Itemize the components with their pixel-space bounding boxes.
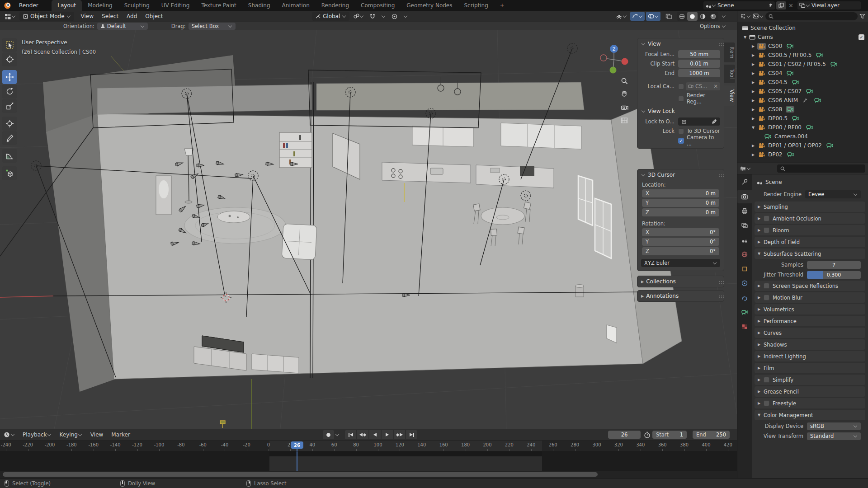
npanel-tab-item[interactable]: Item [724,42,735,62]
outliner-row[interactable]: ▶DP00.5 [737,114,868,123]
tool-select-box[interactable] [2,38,17,52]
outliner-row[interactable]: Camera.004 [737,132,868,141]
shading-material-button[interactable] [698,12,708,21]
timeline-tracks[interactable] [0,451,737,471]
disclosure-icon[interactable]: ▶ [752,108,757,112]
tab-scene[interactable] [737,233,752,247]
section-checkbox[interactable] [764,400,769,406]
tab-render[interactable] [737,190,752,203]
pivot-point-dropdown[interactable] [352,12,366,21]
outliner-search-input[interactable] [765,12,858,20]
timeline-menu-keying[interactable]: Keying [56,429,86,440]
camera-to-view-checkbox[interactable]: ✓ [678,138,684,144]
disclosure-icon[interactable]: ▶ [752,62,757,66]
tab-tool[interactable] [737,175,752,189]
outliner-row[interactable]: ▶CS04 [737,69,868,78]
section-indirect-lighting[interactable]: ▶Indirect Lighting [755,351,865,361]
tab-physics[interactable] [737,277,752,290]
tool-annotate[interactable] [2,131,17,145]
timeline-editor-type-button[interactable] [4,432,15,438]
disclosure-icon[interactable]: ▶ [752,99,757,103]
tab-layout[interactable]: Layout [52,0,82,11]
cursor-rotation-x-field[interactable]: X0° [642,228,719,236]
tab-scripting[interactable]: Scripting [458,0,494,11]
snap-toggle[interactable] [368,12,377,21]
use-preview-range-button[interactable] [644,432,651,438]
zoom-view-button[interactable] [618,75,630,87]
section-film[interactable]: ▶Film [755,363,865,373]
outliner-row[interactable]: ▶CS05 / CS07 [737,87,868,96]
tab-texture[interactable] [737,320,752,333]
clear-icon[interactable]: ✕ [713,83,718,89]
cursor-rotation-y-field[interactable]: Y0° [642,238,719,246]
gizmos-toggle[interactable] [630,12,645,21]
outliner-row[interactable]: ▶CS00.5 / RF00.5 [737,51,868,60]
section-checkbox[interactable] [764,227,769,233]
current-frame-field[interactable]: 26 [608,431,641,439]
jump-to-start-button[interactable] [345,430,356,439]
navigation-gizmo[interactable]: Z [598,43,630,76]
section-color-management[interactable]: ▼Color Management [755,410,865,420]
tab-add[interactable]: + [494,0,510,11]
proportional-falloff-dropdown[interactable] [401,12,410,21]
tab-texture-paint[interactable]: Texture Paint [195,0,242,11]
tab-view-layer[interactable] [737,219,752,232]
frame-start-field[interactable]: Start1 [652,431,687,439]
tool-measure[interactable] [2,149,17,163]
viewlayer-selector[interactable]: ViewLayer [797,1,861,9]
timeline-menu-marker[interactable]: Marker [107,429,134,440]
display-device-dropdown[interactable]: sRGB [807,422,861,430]
view-panel-header[interactable]: View [637,38,724,49]
options-dropdown[interactable]: Options [700,23,726,29]
tab-shading[interactable]: Shading [242,0,276,11]
to-3d-cursor-checkbox[interactable] [678,128,684,134]
play-button[interactable] [382,430,393,439]
tool-scale[interactable] [2,99,17,113]
viewport-menu-add[interactable]: Add [123,11,141,22]
tab-object[interactable] [737,262,752,276]
section-motion-blur[interactable]: ▶Motion Blur [755,292,865,303]
tool-add-cube[interactable] [2,166,17,180]
render-engine-dropdown[interactable]: Eevee [805,190,861,198]
section-curves[interactable]: ▶Curves [755,328,865,338]
section-subsurface-scattering[interactable]: ▼Subsurface Scattering [755,249,865,259]
auto-key-button[interactable] [323,430,334,439]
viewport-menu-select[interactable]: Select [98,11,123,22]
show-object-types-dropdown[interactable] [614,12,629,21]
next-keyframe-button[interactable] [394,430,405,439]
annotations-header[interactable]: ▶Annotations [637,291,724,301]
samples-slider[interactable]: 7 [807,261,861,269]
disclosure-icon[interactable]: ▶ [752,89,757,94]
tab-constraints[interactable] [737,291,752,305]
focal-length-field[interactable]: 50 mm [678,50,720,58]
tab-uv-editing[interactable]: UV Editing [156,0,196,11]
collapse-icon[interactable]: ▼ [744,35,749,39]
tool-transform[interactable] [2,117,17,131]
toggle-ortho-button[interactable] [618,114,630,126]
frame-end-field[interactable]: End250 [693,431,730,439]
playhead-line[interactable] [297,451,297,471]
cursor-location-z-field[interactable]: Z0 m [642,208,719,216]
disclosure-icon[interactable]: ▶ [752,53,757,57]
disclosure-icon[interactable]: ▶ [752,117,757,121]
tool-cursor[interactable] [2,52,17,66]
tab-sculpting[interactable]: Sculpting [118,0,156,11]
section-checkbox[interactable] [764,377,769,383]
pan-view-button[interactable] [618,88,630,99]
tab-rendering[interactable]: Rendering [316,0,355,11]
outliner-row[interactable]: ▶CS01 / CS02 / RF05.5 [737,60,868,69]
properties-editor-type-button[interactable] [740,166,751,171]
section-volumetrics[interactable]: ▶Volumetrics [755,304,865,314]
camera-view-button[interactable] [618,101,630,113]
shading-solid-button[interactable] [687,12,698,21]
disclosure-icon[interactable]: ▶ [752,80,757,84]
outliner-row[interactable]: ▶CS06 ANIM [737,96,868,105]
tab-compositing[interactable]: Compositing [355,0,401,11]
eyedropper-icon[interactable] [712,119,717,124]
pin-icon[interactable] [768,3,773,8]
section-bloom[interactable]: ▶Bloom [755,225,865,235]
xray-toggle[interactable] [664,12,674,21]
timeline-scrollbar[interactable] [0,471,737,478]
current-frame-badge[interactable]: 26 [291,441,303,449]
section-simplify[interactable]: ▶Simplify [755,375,865,385]
